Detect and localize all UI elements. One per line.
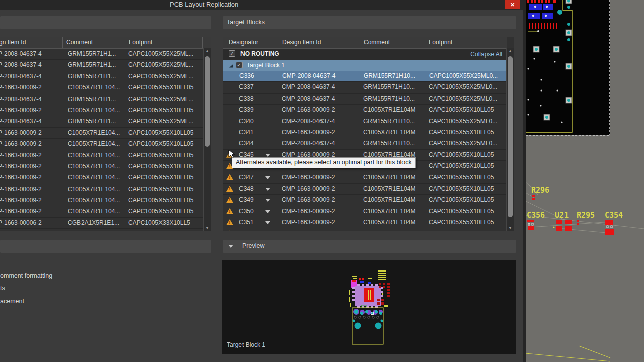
table-row[interactable]: C348CMP-1663-00009-2C1005X7R1E104MCAPC10… [223,184,507,195]
dropdown-arrow-icon[interactable] [265,221,270,224]
option-comment-formatting[interactable]: Comment formatting [0,272,52,279]
warning-icon [226,186,233,192]
block-checkbox[interactable] [236,62,243,68]
preview-area: Target Block 1 [222,260,516,354]
table-row[interactable]: C350CMP-1663-00009-2C1005X7R1E104MCAPC10… [223,206,507,217]
source-grid-scrollbar[interactable]: ▲ ▼ [203,48,211,231]
table-row[interactable]: C347CMP-1663-00009-2C1005X7R1E104MCAPC10… [223,172,507,184]
options-panel-header [0,240,211,253]
table-row[interactable]: P-1663-00009-2C1005X7R1E104...CAPC1005X5… [0,161,211,172]
table-row[interactable]: P-1663-00009-2C1005X7R1E104...CAPC1005X5… [0,206,211,217]
dropdown-arrow-icon[interactable] [265,199,270,202]
table-row[interactable]: P-1663-00009-2C1005X7R1E104...CAPC1005X5… [0,184,211,195]
table-row[interactable]: P-1663-00009-2C1005X7R1E104...CAPC1005X5… [0,139,211,150]
dropdown-arrow-icon[interactable] [265,210,270,213]
scroll-up-icon[interactable]: ▲ [507,48,514,54]
dropdown-arrow-icon[interactable] [265,188,270,191]
scroll-down-icon[interactable]: ▼ [507,225,514,231]
group-label: NO ROUTING [240,50,279,57]
source-panel-header [0,16,211,29]
target-grid-scrollbar[interactable]: ▲ ▼ [506,48,514,231]
label-c354: C354 [605,211,623,220]
table-row[interactable]: C340CMP-2008-04637-4GRM155R71H10...CAPC1… [223,116,507,127]
preview-panel-header[interactable]: Preview [223,240,516,253]
table-row[interactable]: P-2008-04637-4GRM155R71H1...CAPC1005X55X… [0,116,211,127]
table-row[interactable]: C341CMP-1663-00009-2C1005X7R1E104MCAPC10… [223,127,507,138]
scrollbar-thumb[interactable] [508,56,513,217]
dialog-titlebar[interactable]: PCB Layout Replication [0,0,526,10]
target-grid: Designator Design Item Id Comment Footpr… [223,37,514,231]
source-grid: gn Item Id Comment Footprint P-2008-0463… [0,37,211,231]
warning-icon [226,174,233,180]
dialog-title: PCB Layout Replication [170,1,238,8]
table-row[interactable]: P-2008-04637-4GRM155R71H1...CAPC1005X55X… [0,60,211,71]
column-header-footprint[interactable]: Footprint [425,37,505,48]
table-row[interactable]: P-1663-00009-2C1005X7R1E104...CAPC1005X5… [0,195,211,206]
table-row[interactable]: C336CMP-2008-04637-4GRM155R71H10...CAPC1… [223,71,507,82]
source-grid-body: P-2008-04637-4GRM155R71H1...CAPC1005X55X… [0,49,211,231]
table-row[interactable]: P-1663-00009-2C1005X7R1E104...CAPC1005X5… [0,82,211,94]
table-row[interactable]: C344CMP-2008-04637-4GRM155R71H10...CAPC1… [223,138,507,149]
close-icon: ✕ [510,2,515,8]
scroll-up-icon[interactable]: ▲ [204,48,211,54]
pcb-workspace[interactable]: R296 C356 U21 R295 C354 [526,0,644,362]
target-grid-body: C336CMP-2008-04637-4GRM155R71H10...CAPC1… [223,71,507,231]
label-c356: C356 [527,211,545,220]
group-checkbox[interactable] [229,50,235,57]
table-row[interactable]: P-1663-00009-2C1005X7R1E104...CAPC1005X5… [0,172,211,184]
target-panel-header: Target Blocks [223,16,516,29]
column-header-comment[interactable]: Comment [359,37,425,48]
label-r296: R296 [531,186,549,195]
table-row[interactable]: C351CMP-1663-00009-2C1005X7R1E104MCAPC10… [223,217,507,228]
source-grid-header: gn Item Id Comment Footprint [0,37,211,49]
expand-triangle-icon[interactable] [229,64,233,68]
column-header-design-item-id[interactable]: Design Item Id [275,37,359,48]
trace-lines [526,346,610,361]
table-row[interactable]: C349CMP-1663-00009-2C1005X7R1E104MCAPC10… [223,195,507,206]
group-row-no-routing[interactable]: NO ROUTING Collapse All [223,49,507,60]
warning-icon [226,230,233,231]
column-header-footprint[interactable]: Footprint [125,37,202,48]
table-row[interactable]: P-1663-00009-2C1005X7R1E104...CAPC1005X5… [0,128,211,139]
target-grid-header: Designator Design Item Id Comment Footpr… [223,37,507,49]
table-row[interactable]: P-1663-00009-2C1005X7R1E104...CAPC1005X5… [0,105,211,116]
block-row-target-block-1[interactable]: Target Block 1 [223,60,507,71]
dropdown-arrow-icon[interactable] [265,176,270,179]
table-row[interactable]: P-2008-04637-4GRM155R71H1...CAPC1005X55X… [0,71,211,82]
table-row[interactable]: P-2008-04637-4GRM155R71H1...CAPC1005X55X… [0,94,211,105]
option-acement[interactable]: acement [0,298,24,305]
warning-icon [226,208,233,214]
column-header-comment[interactable]: Comment [62,37,125,48]
pcb-layout-replication-dialog: PCB Layout Replication ✕ gn Item Id Comm… [0,0,526,362]
column-header-design-item-id[interactable]: gn Item Id [0,37,62,48]
table-row[interactable]: P-1663-00006-2CGB2A1X5R1E1...CAPC1005X33… [0,218,211,229]
preview-title: Preview [242,242,264,249]
table-row[interactable]: P-1663-00009-2C1005X7R1E104...CAPC1005X5… [0,150,211,161]
screen: R296 C356 U21 R295 C354 PCB Layout [0,0,644,362]
option-ts[interactable]: ts [0,285,5,292]
close-button[interactable]: ✕ [505,0,520,9]
table-row[interactable]: C338CMP-2008-04637-4GRM155R71H10...CAPC1… [223,94,507,105]
column-header-designator[interactable]: Designator [223,37,275,48]
label-u21: U21 [555,211,569,220]
dropdown-arrow-icon[interactable] [265,154,270,157]
table-row[interactable]: P-2008-04637-4GRM155R71H1...CAPC1005X55X… [0,49,211,60]
warning-icon [226,197,233,203]
table-row[interactable]: P-1662-00010-2GRM31CR61E22...CAPC3216X18… [0,229,211,231]
table-row[interactable]: C339CMP-1663-00009-2C1005X7R1E104MCAPC10… [223,105,507,116]
tooltip: Alternates available, please select an o… [232,157,416,168]
preview-canvas[interactable] [222,260,516,354]
block-label: Target Block 1 [247,62,285,69]
collapse-triangle-icon[interactable] [228,245,233,248]
warning-icon [226,152,233,158]
target-panel-title: Target Blocks [227,19,265,26]
warning-icon [226,219,233,225]
dialog-right-edge [523,0,526,362]
label-r295: R295 [577,211,595,220]
via-large [557,10,562,15]
scroll-down-icon[interactable]: ▼ [204,225,211,231]
table-row[interactable]: C352CMP-1663-00009-2C1005X7R1E104MCAPC10… [223,228,507,231]
table-row[interactable]: C337CMP-2008-04637-4GRM155R71H10...CAPC1… [223,82,507,93]
collapse-all-link[interactable]: Collapse All [470,51,502,58]
scrollbar-thumb[interactable] [205,56,210,147]
